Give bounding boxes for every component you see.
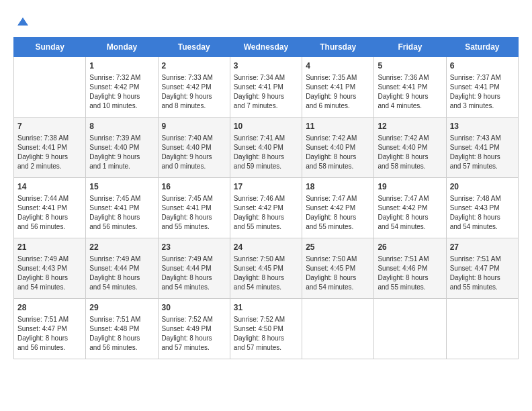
cell-info: and 56 minutes. [89, 343, 154, 353]
cell-info: Sunrise: 7:45 AM [162, 194, 226, 203]
cell-info: Sunrise: 7:46 AM [234, 194, 298, 203]
cell-info: Daylight: 8 hours [17, 273, 82, 283]
day-number: 25 [306, 242, 370, 253]
cell-info: Sunrise: 7:41 AM [234, 134, 298, 143]
cell-info: and 54 minutes. [89, 283, 154, 292]
cell-info: and 56 minutes. [17, 222, 82, 232]
cell-info: Sunrise: 7:40 AM [162, 134, 226, 143]
calendar-cell: 2Sunrise: 7:33 AMSunset: 4:42 PMDaylight… [158, 56, 230, 117]
day-number: 2 [162, 60, 226, 72]
cell-info: Sunrise: 7:36 AM [378, 73, 442, 83]
cell-info: Sunrise: 7:42 AM [306, 134, 370, 143]
day-number: 15 [89, 181, 154, 193]
cell-info: and 54 minutes. [450, 222, 515, 232]
calendar-cell: 31Sunrise: 7:52 AMSunset: 4:50 PMDayligh… [230, 298, 302, 359]
calendar-cell: 21Sunrise: 7:49 AMSunset: 4:43 PMDayligh… [14, 238, 86, 298]
day-of-week-header: Wednesday [230, 37, 302, 56]
day-number: 1 [89, 60, 154, 72]
cell-info: Sunrise: 7:42 AM [378, 134, 442, 143]
calendar-cell [446, 298, 518, 359]
calendar-cell: 9Sunrise: 7:40 AMSunset: 4:40 PMDaylight… [158, 117, 230, 177]
day-number: 17 [234, 181, 298, 193]
cell-info: and 57 minutes. [450, 162, 515, 171]
cell-info: Sunrise: 7:38 AM [17, 134, 82, 143]
cell-info: Sunrise: 7:52 AM [162, 315, 226, 324]
calendar-cell: 4Sunrise: 7:35 AMSunset: 4:41 PMDaylight… [302, 56, 374, 117]
cell-info: Daylight: 8 hours [162, 273, 226, 283]
cell-info: Sunset: 4:44 PM [162, 264, 226, 273]
cell-info: and 54 minutes. [306, 283, 370, 292]
cell-info: Sunrise: 7:43 AM [450, 134, 515, 143]
cell-info: Daylight: 8 hours [378, 152, 442, 162]
day-of-week-header: Sunday [14, 37, 86, 56]
calendar-cell: 25Sunrise: 7:50 AMSunset: 4:45 PMDayligh… [302, 238, 374, 298]
calendar-cell: 17Sunrise: 7:46 AMSunset: 4:42 PMDayligh… [230, 177, 302, 238]
cell-info: Sunset: 4:46 PM [378, 264, 442, 273]
day-number: 26 [378, 242, 442, 253]
calendar-cell: 16Sunrise: 7:45 AMSunset: 4:41 PMDayligh… [158, 177, 230, 238]
cell-info: Sunset: 4:45 PM [306, 264, 370, 273]
cell-info: Sunset: 4:48 PM [89, 324, 154, 334]
logo-text [13, 13, 31, 33]
calendar-cell: 30Sunrise: 7:52 AMSunset: 4:49 PMDayligh… [158, 298, 230, 359]
calendar-cell: 20Sunrise: 7:48 AMSunset: 4:43 PMDayligh… [446, 177, 518, 238]
calendar-week-row: 7Sunrise: 7:38 AMSunset: 4:41 PMDaylight… [14, 117, 519, 177]
calendar-week-row: 28Sunrise: 7:51 AMSunset: 4:47 PMDayligh… [14, 298, 519, 359]
cell-info: Daylight: 8 hours [162, 213, 226, 222]
cell-info: Sunrise: 7:47 AM [306, 194, 370, 203]
day-number: 8 [89, 121, 154, 132]
cell-info: Sunset: 4:42 PM [306, 203, 370, 213]
calendar-cell: 26Sunrise: 7:51 AMSunset: 4:46 PMDayligh… [374, 238, 446, 298]
cell-info: Daylight: 9 hours [89, 92, 154, 101]
day-of-week-header: Saturday [446, 37, 518, 56]
cell-info: and 0 minutes. [162, 162, 226, 171]
cell-info: and 55 minutes. [234, 222, 298, 232]
cell-info: Daylight: 9 hours [162, 92, 226, 101]
cell-info: and 57 minutes. [162, 343, 226, 353]
svg-marker-0 [17, 17, 28, 26]
cell-info: Sunrise: 7:49 AM [17, 255, 82, 264]
day-of-week-header: Friday [374, 37, 446, 56]
cell-info: Daylight: 9 hours [162, 152, 226, 162]
cell-info: Sunset: 4:41 PM [162, 203, 226, 213]
cell-info: Sunset: 4:50 PM [234, 324, 298, 334]
calendar-cell: 12Sunrise: 7:42 AMSunset: 4:40 PMDayligh… [374, 117, 446, 177]
calendar-cell: 6Sunrise: 7:37 AMSunset: 4:41 PMDaylight… [446, 56, 518, 117]
cell-info: and 54 minutes. [17, 283, 82, 292]
cell-info: Daylight: 8 hours [450, 152, 515, 162]
cell-info: Daylight: 8 hours [234, 152, 298, 162]
cell-info: Daylight: 9 hours [17, 152, 82, 162]
cell-info: Sunset: 4:42 PM [234, 203, 298, 213]
day-number: 28 [17, 302, 82, 314]
calendar-week-row: 21Sunrise: 7:49 AMSunset: 4:43 PMDayligh… [14, 238, 519, 298]
cell-info: Sunset: 4:47 PM [450, 264, 515, 273]
cell-info: Daylight: 8 hours [234, 273, 298, 283]
cell-info: Sunset: 4:41 PM [89, 203, 154, 213]
cell-info: and 2 minutes. [17, 162, 82, 171]
calendar-week-row: 14Sunrise: 7:44 AMSunset: 4:41 PMDayligh… [14, 177, 519, 238]
cell-info: Sunset: 4:43 PM [17, 264, 82, 273]
day-number: 27 [450, 242, 515, 253]
calendar-cell: 13Sunrise: 7:43 AMSunset: 4:41 PMDayligh… [446, 117, 518, 177]
day-number: 5 [378, 60, 442, 72]
day-number: 11 [306, 121, 370, 132]
cell-info: Daylight: 8 hours [162, 334, 226, 343]
cell-info: Sunset: 4:45 PM [234, 264, 298, 273]
cell-info: Sunrise: 7:51 AM [450, 255, 515, 264]
calendar-week-row: 1Sunrise: 7:32 AMSunset: 4:42 PMDaylight… [14, 56, 519, 117]
calendar-cell: 5Sunrise: 7:36 AMSunset: 4:41 PMDaylight… [374, 56, 446, 117]
cell-info: and 54 minutes. [234, 283, 298, 292]
cell-info: Sunrise: 7:51 AM [17, 315, 82, 324]
cell-info: Sunset: 4:40 PM [162, 143, 226, 152]
cell-info: Sunset: 4:47 PM [17, 324, 82, 334]
cell-info: and 55 minutes. [162, 222, 226, 232]
cell-info: Sunset: 4:40 PM [306, 143, 370, 152]
cell-info: Sunset: 4:41 PM [306, 83, 370, 92]
cell-info: Sunrise: 7:49 AM [89, 255, 154, 264]
cell-info: Sunset: 4:41 PM [378, 83, 442, 92]
calendar-header: SundayMondayTuesdayWednesdayThursdayFrid… [14, 37, 519, 56]
logo-icon [15, 13, 31, 30]
cell-info: and 3 minutes. [450, 101, 515, 111]
calendar-cell: 23Sunrise: 7:49 AMSunset: 4:44 PMDayligh… [158, 238, 230, 298]
calendar-body: 1Sunrise: 7:32 AMSunset: 4:42 PMDaylight… [14, 56, 519, 359]
